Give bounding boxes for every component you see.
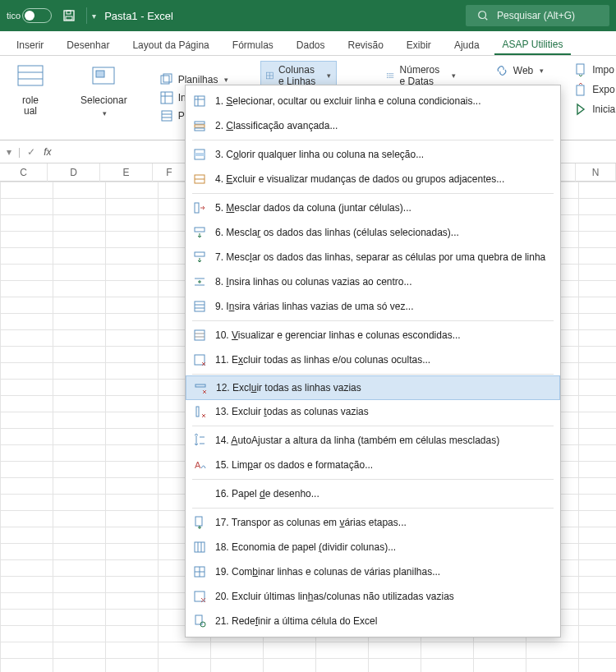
tab-formulas[interactable]: Fórmulas <box>224 35 282 55</box>
menu-item-1[interactable]: 1. Selecionar, ocultar ou excluir linha … <box>186 89 560 113</box>
cancel-icon[interactable]: ✓ <box>27 146 35 158</box>
menu-item-4[interactable]: 4. Excluir e visualizar mudanças de dado… <box>186 167 560 191</box>
menu-item-icon: A <box>192 458 207 472</box>
customize-quick-access[interactable]: ▾ <box>92 12 96 21</box>
menu-item-12[interactable]: 12. Excluir todas as linhas vazias <box>186 375 560 400</box>
svg-rect-45 <box>195 301 205 311</box>
svg-rect-58 <box>195 542 205 552</box>
svg-rect-15 <box>162 111 172 121</box>
menu-item-label: 19. Combinar linhas e colunas de várias … <box>215 566 440 578</box>
menu-item-10[interactable]: 10. Visualizar e gerenciar linhas e colu… <box>186 323 560 348</box>
menu-item-3[interactable]: 3. Colorir qualquer linha ou coluna na s… <box>186 142 560 167</box>
svg-rect-37 <box>195 153 205 156</box>
dropdown-icon: ▾ <box>103 109 107 117</box>
web-dropdown[interactable]: Web▾ <box>490 61 549 81</box>
svg-rect-27 <box>577 64 584 74</box>
col-header[interactable]: C <box>0 163 48 182</box>
col-header[interactable]: D <box>48 163 100 182</box>
menu-item-label: 18. Economia de papel (dividir colunas).… <box>215 541 396 553</box>
menu-item-icon <box>192 299 207 314</box>
menu-item-18[interactable]: 18. Economia de papel (dividir colunas).… <box>186 535 560 559</box>
menu-item-icon <box>192 94 207 108</box>
numbered-list-icon <box>387 69 394 82</box>
tab-desenhar[interactable]: Desenhar <box>58 35 117 55</box>
svg-rect-2 <box>66 16 72 20</box>
tell-me-search[interactable]: Pesquisar (Alt+G) <box>466 5 609 26</box>
svg-point-25 <box>387 75 388 76</box>
save-icon[interactable] <box>62 8 76 23</box>
svg-rect-52 <box>195 384 205 387</box>
menu-item-11[interactable]: 11. Excluir todas as linhas e/ou colunas… <box>186 348 560 372</box>
tab-ajuda[interactable]: Ajuda <box>446 35 488 55</box>
svg-rect-12 <box>161 92 172 104</box>
svg-rect-34 <box>195 125 205 127</box>
menu-separator <box>192 320 554 321</box>
name-box-dropdown[interactable]: ▾ <box>7 146 11 158</box>
col-header[interactable]: E <box>100 163 153 182</box>
auto-save-label: tico <box>7 11 21 21</box>
menu-item-icon <box>192 118 207 133</box>
tab-asap-utilities[interactable]: ASAP Utilities <box>494 34 572 55</box>
tab-dados[interactable]: Dados <box>288 35 333 55</box>
visual-role-button[interactable]: role ual <box>10 61 51 120</box>
col-header[interactable]: N <box>575 163 616 182</box>
menu-item-8[interactable]: 8. Insira linhas ou colunas vazias ao ce… <box>186 269 560 294</box>
menu-item-label: 14. AutoAjustar a altura da linha (també… <box>215 435 499 446</box>
menu-item-icon <box>192 404 207 419</box>
menu-item-icon <box>192 274 207 289</box>
svg-line-4 <box>485 18 488 21</box>
menu-item-21[interactable]: 21. Redefinir a última célula do Excel <box>186 609 560 633</box>
export-doc-icon <box>574 83 587 96</box>
menu-item-6[interactable]: 6. Mesclar os dados das linhas (células … <box>186 220 560 245</box>
menu-item-icon <box>192 433 207 448</box>
menu-item-5[interactable]: 5. Mesclar dados da coluna (juntar célul… <box>186 196 560 220</box>
titlebar: tico ▾ Pasta1 - Excel Pesquisar (Alt+G) <box>0 0 616 31</box>
menu-item-icon <box>192 564 207 579</box>
colunas-e-linhas-menu: 1. Selecionar, ocultar ou excluir linha … <box>185 85 561 637</box>
menu-item-17[interactable]: 17. Transpor as colunas em várias etapas… <box>186 510 560 535</box>
selecionar-button[interactable]: Selecionar ▾ <box>74 61 134 121</box>
importar-button[interactable]: Impo <box>571 61 616 79</box>
iniciar-button[interactable]: Inicia <box>571 100 616 118</box>
svg-rect-41 <box>195 228 205 232</box>
tab-inserir[interactable]: Inserir <box>8 35 52 55</box>
exportar-button[interactable]: Expo <box>571 81 616 99</box>
menu-separator <box>192 374 554 375</box>
menu-separator <box>192 193 554 194</box>
svg-rect-57 <box>195 517 202 526</box>
menu-item-14[interactable]: 14. AutoAjustar a altura da linha (també… <box>186 428 560 453</box>
svg-point-26 <box>387 77 388 78</box>
menu-item-label: 3. Colorir qualquer linha ou coluna na s… <box>215 149 424 160</box>
svg-rect-48 <box>195 330 205 340</box>
fx-label[interactable]: fx <box>44 146 51 158</box>
menu-item-13[interactable]: 13. Excluir todas as colunas vazias <box>186 399 560 424</box>
menu-item-label: 12. Excluir todas as linhas vazias <box>216 382 361 394</box>
menu-item-7[interactable]: 7. Mesclar os dados das linhas, separar … <box>186 245 560 269</box>
ribbon-tabs: Inserir Desenhar Layout da Página Fórmul… <box>0 31 616 56</box>
menu-item-label: 7. Mesclar os dados das linhas, separar … <box>215 251 545 263</box>
menu-item-label: 8. Insira linhas ou colunas vazias ao ce… <box>215 276 411 288</box>
menu-item-icon <box>192 515 207 530</box>
menu-item-2[interactable]: 2. Classificação avançada... <box>186 113 560 138</box>
tab-layout[interactable]: Layout da Página <box>124 35 217 55</box>
tab-revisao[interactable]: Revisão <box>340 35 392 55</box>
menu-item-16[interactable]: 16. Papel de desenho... <box>186 481 560 506</box>
menu-item-20[interactable]: 20. Excluir últimas linhas/colunas não u… <box>186 584 560 609</box>
menu-item-label: 1. Selecionar, ocultar ou excluir linha … <box>215 95 481 107</box>
menu-item-label: 5. Mesclar dados da coluna (juntar célul… <box>215 202 411 214</box>
tab-exibir[interactable]: Exibir <box>398 35 439 55</box>
menu-item-19[interactable]: 19. Combinar linhas e colunas de várias … <box>186 559 560 584</box>
menu-item-icon <box>192 225 207 240</box>
menu-item-label: 17. Transpor as colunas em várias etapas… <box>215 517 407 528</box>
menu-item-9[interactable]: 9. Insira várias linhas vazias de uma só… <box>186 294 560 319</box>
svg-text:A: A <box>195 460 201 470</box>
menu-item-icon <box>192 200 207 215</box>
autosave-toggle[interactable] <box>22 8 52 23</box>
web-link-icon <box>495 64 508 77</box>
col-header[interactable]: F <box>153 163 186 182</box>
menu-item-icon <box>192 540 207 555</box>
menu-item-icon <box>192 352 207 367</box>
menu-item-label: 13. Excluir todas as colunas vazias <box>215 406 369 417</box>
menu-item-15[interactable]: A15. Limpar os dados e formatação... <box>186 453 560 477</box>
menu-item-label: 2. Classificação avançada... <box>215 120 338 131</box>
